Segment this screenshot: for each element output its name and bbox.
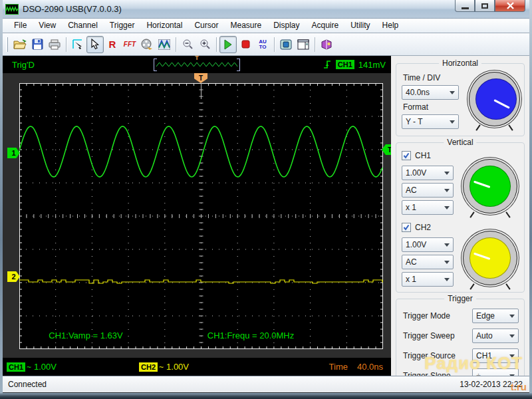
trigger-status-text: Trig'D [12,60,35,70]
vertical-group: Vertical CH1 1.00V AC x 1 [396,142,525,293]
menu-cursor[interactable]: Cursor [188,19,224,33]
format-select[interactable]: Y - T [402,114,459,129]
waveform-preview[interactable]: T [154,59,240,71]
close-button[interactable] [495,0,525,12]
refresh-r-button[interactable]: R [104,36,121,53]
ch2-position-knob[interactable] [463,231,517,285]
ch2-badge: CH2 [139,362,158,372]
menu-acquire[interactable]: Acquire [306,19,345,33]
trigger-position-marker[interactable]: T [194,73,207,83]
media-button[interactable] [138,36,156,53]
scope-display[interactable]: CH1:Vamp = 1.63VCH1:Frequ = 20.0MHz 1 2 … [3,73,391,358]
ch1-badge: CH1 [7,362,25,372]
ch1-coupling-select[interactable]: AC [402,183,454,198]
stop-button[interactable] [237,36,254,53]
toolbar-separator [176,37,176,52]
ch2-ground-marker[interactable]: 2 [7,271,20,282]
title-bar[interactable]: DSO-2090 USB(V7.0.0.3) [0,0,532,19]
cursor-crosshair-icon [72,39,84,51]
r-glyph: R [109,39,116,50]
trigger-edge-icon [323,59,332,70]
help-button[interactable] [318,36,335,53]
trigger-status-bar: Trig'D T CH1 141mV [3,56,391,73]
menu-display[interactable]: Display [267,19,305,33]
panel-layout-button[interactable] [295,36,312,53]
trigger-info: CH1 141mV [323,59,386,70]
chevron-down-icon [444,189,450,195]
chevron-down-icon [509,354,515,360]
trigger-mode-row: Trigger Mode Edge [403,309,519,323]
ch1-volts-per-div: 1.00V [34,362,57,372]
ch2-coupling-select[interactable]: AC [402,255,454,269]
chevron-down-icon [444,278,450,284]
pointer-arrow-icon [90,39,100,50]
waveform-button[interactable] [156,36,173,53]
preview-right-bracket[interactable] [237,59,240,71]
minimize-icon [462,7,469,9]
ch1-enable-row: CH1 [402,151,520,160]
menu-measure[interactable]: Measure [224,19,267,33]
stop-icon [241,40,250,49]
chevron-down-icon [444,243,450,249]
ch2-volts-per-div: 1.00V [166,362,189,372]
menu-channel[interactable]: Channel [62,19,104,33]
ch1-checkbox[interactable] [402,151,411,160]
ch1-volt-select[interactable]: 1.00V [402,166,454,180]
trigger-mode-select[interactable]: Edge [472,309,519,323]
auto-setup-button[interactable]: AUTO [254,36,271,53]
menu-view[interactable]: View [33,19,62,33]
trigger-level-marker[interactable]: T [382,144,391,155]
ch1-probe-select[interactable]: x 1 [402,200,454,215]
full-screen-icon [280,39,292,50]
menu-utility[interactable]: Utility [344,19,376,33]
chevron-down-icon [450,91,455,97]
zoom-in-icon [200,39,211,50]
save-button[interactable] [29,36,46,53]
menu-help[interactable]: Help [376,19,405,33]
svg-text:CH1:Vamp = 1.63V: CH1:Vamp = 1.63V [49,331,123,340]
ch2-checkbox[interactable] [402,223,411,232]
toolbar-drag-handle[interactable] [6,37,8,52]
ch1-ground-marker[interactable]: 1 [7,148,20,158]
app-window: DSO-2090 USB(V7.0.0.3) File View Channel… [0,0,532,399]
channel-settings-bar: CH1 ~ 1.00V CH2 ~ 1.00V Time 40.0ns [3,358,391,376]
open-button[interactable] [11,36,29,53]
ch1-checkbox-label: CH1 [415,151,431,160]
horizontal-position-knob[interactable] [469,72,520,126]
chevron-down-icon [509,315,515,321]
menu-file[interactable]: File [8,19,33,33]
start-button[interactable] [219,36,237,53]
zoom-out-button[interactable] [179,36,196,53]
trigger-sweep-select[interactable]: Auto [472,329,519,343]
ch2-probe-select[interactable]: x 1 [402,272,454,287]
trigger-source-select[interactable]: CH1 [472,348,519,363]
window-controls [455,0,525,12]
time-div-select[interactable]: 40.0ns [402,85,459,100]
menu-trigger[interactable]: Trigger [104,19,141,33]
trigger-mode-label: Trigger Mode [403,311,450,321]
trigger-source-badge: CH1 [336,60,354,69]
fft-button[interactable]: FFT [121,36,138,53]
toolbar-separator [315,37,315,52]
full-screen-button[interactable] [277,36,295,53]
preview-left-bracket[interactable] [154,59,157,71]
svg-text:CH1:Frequ = 20.0MHz: CH1:Frequ = 20.0MHz [207,331,294,340]
menu-horizontal[interactable]: Horizontal [140,19,188,33]
cursor-measure-button[interactable] [69,36,86,53]
ch1-settings[interactable]: CH1 ~ 1.00V [7,362,57,372]
connection-status: Connected [8,380,47,389]
check-icon [403,152,410,159]
preview-t-marker[interactable]: T [195,55,199,61]
trigger-level-value: 141mV [358,60,386,70]
ch1-position-knob[interactable] [463,159,517,213]
chevron-down-icon [444,172,450,178]
minimize-button[interactable] [455,0,475,12]
ch2-settings[interactable]: CH2 ~ 1.00V [139,362,189,372]
ch2-volt-select[interactable]: 1.00V [402,237,454,252]
trigger-group: Trigger Trigger Mode Edge Trigger Sweep … [396,299,525,384]
print-button[interactable] [46,36,63,53]
zoom-in-button[interactable] [196,36,213,53]
chevron-down-icon [450,120,455,126]
maximize-button[interactable] [475,0,495,12]
pointer-button[interactable] [86,36,104,53]
